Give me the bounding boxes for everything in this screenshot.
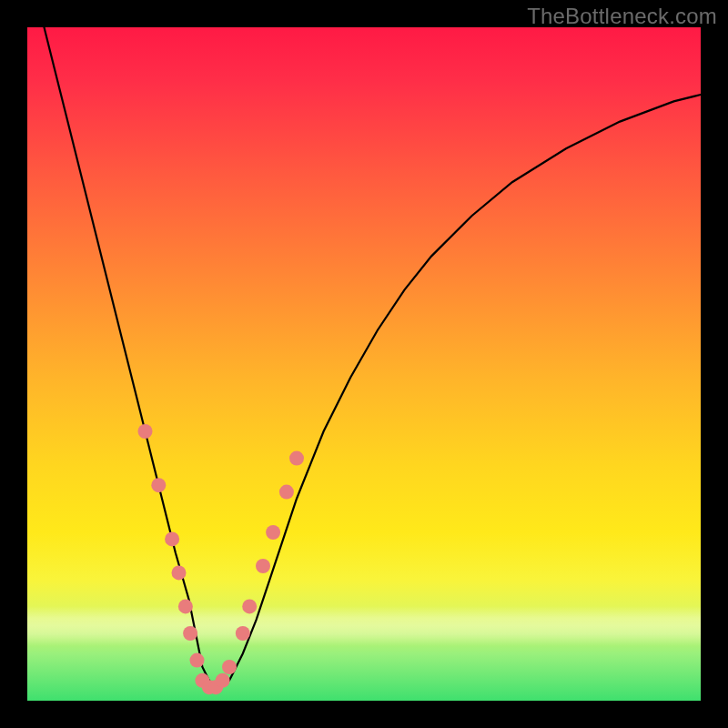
marker-dot [165,531,179,546]
marker-dot [289,451,304,466]
marker-dot [256,559,270,573]
highlight-dots [138,424,305,694]
marker-dot [279,485,294,500]
bottleneck-curve [27,0,701,687]
marker-dot [216,673,230,688]
marker-dot [151,478,166,492]
plot-area [27,27,701,701]
watermark-text: TheBottleneck.com [527,4,717,29]
chart-frame: TheBottleneck.com [0,0,728,728]
marker-dot [266,525,280,540]
marker-dot [138,424,153,439]
marker-dot [172,565,187,580]
marker-dot [222,660,237,674]
curve-layer [27,27,701,701]
marker-dot [190,653,205,668]
marker-dot [183,626,197,641]
marker-dot [242,599,257,613]
marker-dot [236,626,250,641]
marker-dot [178,599,193,613]
